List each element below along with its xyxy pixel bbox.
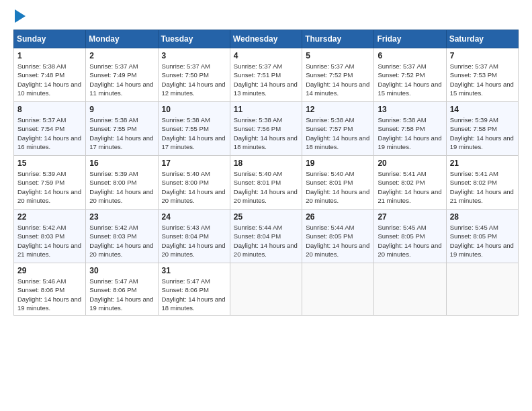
day-info: Sunrise: 5:39 AM Sunset: 7:59 PM Dayligh… <box>17 169 82 205</box>
calendar-header-row: SundayMondayTuesdayWednesdayThursdayFrid… <box>14 30 519 48</box>
day-header-tuesday: Tuesday <box>158 30 230 48</box>
day-number: 20 <box>378 158 442 168</box>
day-number: 18 <box>234 158 298 168</box>
calendar-cell: 30 Sunrise: 5:47 AM Sunset: 8:06 PM Dayl… <box>86 263 158 316</box>
calendar-cell: 31 Sunrise: 5:47 AM Sunset: 8:06 PM Dayl… <box>158 263 230 316</box>
calendar-cell: 16 Sunrise: 5:39 AM Sunset: 8:00 PM Dayl… <box>86 156 158 210</box>
day-header-thursday: Thursday <box>302 30 374 48</box>
day-info: Sunrise: 5:37 AM Sunset: 7:50 PM Dayligh… <box>162 62 226 97</box>
day-header-friday: Friday <box>374 30 446 48</box>
day-number: 11 <box>234 105 298 114</box>
day-number: 23 <box>89 212 154 222</box>
calendar-cell <box>374 263 446 316</box>
calendar-cell: 22 Sunrise: 5:42 AM Sunset: 8:03 PM Dayl… <box>14 210 86 263</box>
page: SundayMondayTuesdayWednesdayThursdayFrid… <box>0 0 532 322</box>
calendar-cell <box>302 263 374 316</box>
day-info: Sunrise: 5:38 AM Sunset: 7:55 PM Dayligh… <box>89 116 154 151</box>
day-info: Sunrise: 5:45 AM Sunset: 8:05 PM Dayligh… <box>450 223 515 259</box>
day-info: Sunrise: 5:39 AM Sunset: 7:58 PM Dayligh… <box>450 116 515 151</box>
day-info: Sunrise: 5:40 AM Sunset: 8:01 PM Dayligh… <box>306 169 370 205</box>
calendar-cell <box>230 263 302 316</box>
day-info: Sunrise: 5:43 AM Sunset: 8:04 PM Dayligh… <box>162 223 226 259</box>
calendar-cell: 6 Sunrise: 5:37 AM Sunset: 7:52 PM Dayli… <box>374 48 446 102</box>
day-info: Sunrise: 5:47 AM Sunset: 8:06 PM Dayligh… <box>89 277 154 312</box>
calendar-cell: 7 Sunrise: 5:37 AM Sunset: 7:53 PM Dayli… <box>446 48 518 102</box>
day-info: Sunrise: 5:37 AM Sunset: 7:53 PM Dayligh… <box>450 62 515 97</box>
day-header-wednesday: Wednesday <box>230 30 302 48</box>
calendar-cell: 26 Sunrise: 5:44 AM Sunset: 8:05 PM Dayl… <box>302 210 374 263</box>
calendar-cell: 17 Sunrise: 5:40 AM Sunset: 8:00 PM Dayl… <box>158 156 230 210</box>
calendar-cell: 23 Sunrise: 5:42 AM Sunset: 8:03 PM Dayl… <box>86 210 158 263</box>
day-number: 25 <box>234 212 298 222</box>
day-info: Sunrise: 5:40 AM Sunset: 8:00 PM Dayligh… <box>162 169 226 205</box>
day-number: 29 <box>17 266 82 275</box>
day-number: 17 <box>162 158 226 168</box>
calendar-cell: 21 Sunrise: 5:41 AM Sunset: 8:02 PM Dayl… <box>446 156 518 210</box>
day-header-monday: Monday <box>86 30 158 48</box>
calendar-cell: 11 Sunrise: 5:38 AM Sunset: 7:56 PM Dayl… <box>230 102 302 156</box>
day-number: 24 <box>162 212 226 222</box>
calendar-table: SundayMondayTuesdayWednesdayThursdayFrid… <box>13 30 519 316</box>
calendar-cell: 12 Sunrise: 5:38 AM Sunset: 7:57 PM Dayl… <box>302 102 374 156</box>
calendar-cell: 8 Sunrise: 5:37 AM Sunset: 7:54 PM Dayli… <box>14 102 86 156</box>
calendar-cell <box>446 263 518 316</box>
day-info: Sunrise: 5:42 AM Sunset: 8:03 PM Dayligh… <box>89 223 154 259</box>
calendar-cell: 13 Sunrise: 5:38 AM Sunset: 7:58 PM Dayl… <box>374 102 446 156</box>
day-info: Sunrise: 5:47 AM Sunset: 8:06 PM Dayligh… <box>162 277 226 312</box>
day-info: Sunrise: 5:38 AM Sunset: 7:48 PM Dayligh… <box>17 62 82 97</box>
calendar-cell: 19 Sunrise: 5:40 AM Sunset: 8:01 PM Dayl… <box>302 156 374 210</box>
day-number: 26 <box>306 212 370 222</box>
day-info: Sunrise: 5:37 AM Sunset: 7:52 PM Dayligh… <box>306 62 370 97</box>
day-number: 13 <box>378 105 442 114</box>
day-number: 5 <box>306 51 370 60</box>
day-number: 8 <box>17 105 82 114</box>
day-number: 19 <box>306 158 370 168</box>
calendar-cell: 1 Sunrise: 5:38 AM Sunset: 7:48 PM Dayli… <box>14 48 86 102</box>
calendar-cell: 28 Sunrise: 5:45 AM Sunset: 8:05 PM Dayl… <box>446 210 518 263</box>
day-number: 3 <box>162 51 226 60</box>
day-info: Sunrise: 5:38 AM Sunset: 7:55 PM Dayligh… <box>162 116 226 151</box>
day-number: 10 <box>162 105 226 114</box>
day-number: 1 <box>17 51 82 60</box>
day-info: Sunrise: 5:37 AM Sunset: 7:49 PM Dayligh… <box>89 62 154 97</box>
day-info: Sunrise: 5:46 AM Sunset: 8:06 PM Dayligh… <box>17 277 82 312</box>
day-header-saturday: Saturday <box>446 30 518 48</box>
day-info: Sunrise: 5:41 AM Sunset: 8:02 PM Dayligh… <box>378 169 442 205</box>
calendar-cell: 24 Sunrise: 5:43 AM Sunset: 8:04 PM Dayl… <box>158 210 230 263</box>
day-number: 6 <box>378 51 442 60</box>
day-info: Sunrise: 5:38 AM Sunset: 7:58 PM Dayligh… <box>378 116 442 151</box>
day-info: Sunrise: 5:40 AM Sunset: 8:01 PM Dayligh… <box>234 169 298 205</box>
calendar-cell: 18 Sunrise: 5:40 AM Sunset: 8:01 PM Dayl… <box>230 156 302 210</box>
day-number: 9 <box>89 105 154 114</box>
day-number: 28 <box>450 212 515 222</box>
logo <box>13 11 26 24</box>
day-info: Sunrise: 5:39 AM Sunset: 8:00 PM Dayligh… <box>89 169 154 205</box>
calendar-cell: 25 Sunrise: 5:44 AM Sunset: 8:04 PM Dayl… <box>230 210 302 263</box>
calendar-cell: 29 Sunrise: 5:46 AM Sunset: 8:06 PM Dayl… <box>14 263 86 316</box>
day-number: 16 <box>89 158 154 168</box>
day-number: 14 <box>450 105 515 114</box>
calendar-cell: 3 Sunrise: 5:37 AM Sunset: 7:50 PM Dayli… <box>158 48 230 102</box>
calendar-cell: 14 Sunrise: 5:39 AM Sunset: 7:58 PM Dayl… <box>446 102 518 156</box>
day-info: Sunrise: 5:37 AM Sunset: 7:52 PM Dayligh… <box>378 62 442 97</box>
day-header-sunday: Sunday <box>14 30 86 48</box>
day-number: 27 <box>378 212 442 222</box>
calendar-cell: 9 Sunrise: 5:38 AM Sunset: 7:55 PM Dayli… <box>86 102 158 156</box>
day-number: 15 <box>17 158 82 168</box>
day-number: 22 <box>17 212 82 222</box>
calendar-cell: 27 Sunrise: 5:45 AM Sunset: 8:05 PM Dayl… <box>374 210 446 263</box>
day-info: Sunrise: 5:41 AM Sunset: 8:02 PM Dayligh… <box>450 169 515 205</box>
day-info: Sunrise: 5:44 AM Sunset: 8:04 PM Dayligh… <box>234 223 298 259</box>
day-info: Sunrise: 5:42 AM Sunset: 8:03 PM Dayligh… <box>17 223 82 259</box>
header <box>13 11 519 24</box>
calendar-cell: 2 Sunrise: 5:37 AM Sunset: 7:49 PM Dayli… <box>86 48 158 102</box>
day-number: 21 <box>450 158 515 168</box>
calendar-cell: 5 Sunrise: 5:37 AM Sunset: 7:52 PM Dayli… <box>302 48 374 102</box>
day-info: Sunrise: 5:38 AM Sunset: 7:57 PM Dayligh… <box>306 116 370 151</box>
day-number: 7 <box>450 51 515 60</box>
calendar-cell: 4 Sunrise: 5:37 AM Sunset: 7:51 PM Dayli… <box>230 48 302 102</box>
day-number: 4 <box>234 51 298 60</box>
logo-arrow-icon <box>15 9 26 23</box>
calendar-cell: 10 Sunrise: 5:38 AM Sunset: 7:55 PM Dayl… <box>158 102 230 156</box>
day-info: Sunrise: 5:37 AM Sunset: 7:54 PM Dayligh… <box>17 116 82 151</box>
